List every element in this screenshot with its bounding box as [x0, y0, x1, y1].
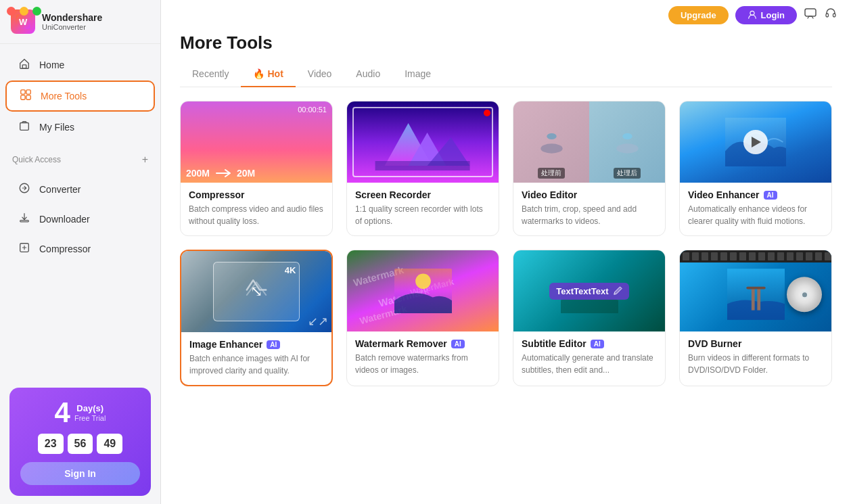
svg-point-29 — [415, 274, 431, 290]
card-title-compressor: Compressor — [189, 189, 324, 200]
before-label: 处理前 — [538, 168, 565, 179]
svg-rect-9 — [20, 221, 29, 222]
resize-arrows-icon: ⤡ — [250, 283, 262, 300]
svg-rect-6 — [26, 95, 30, 99]
tab-image-label: Image — [405, 68, 431, 79]
sidebar-item-home[interactable]: Home — [5, 51, 155, 79]
quick-access-section: Quick Access + — [0, 148, 160, 168]
trial-hours: 23 — [38, 434, 64, 454]
svg-rect-7 — [20, 123, 29, 131]
compressor-timer: 00:00:51 — [186, 106, 327, 114]
sidebar-item-more-tools[interactable]: More Tools — [5, 81, 155, 112]
login-button[interactable]: Login — [735, 6, 797, 24]
tab-video-label: Video — [308, 68, 332, 79]
downloader-icon — [18, 212, 31, 227]
upgrade-button[interactable]: Upgrade — [668, 6, 729, 24]
card-title-screen-recorder: Screen Recorder — [355, 189, 490, 200]
card-dvd-burner[interactable]: DVD Burner Burn videos in different form… — [679, 250, 832, 386]
svg-point-21 — [622, 133, 632, 139]
card-body-video-editor: Video Editor Batch trim, crop, speed and… — [513, 183, 665, 235]
card-body-compressor: Compressor Batch compress video and audi… — [181, 183, 332, 235]
sidebar-label-home: Home — [39, 60, 64, 70]
tab-video[interactable]: Video — [296, 63, 344, 87]
main-content: Upgrade Login More Tools Recently 🔥 Hot … — [161, 0, 851, 504]
svg-rect-31 — [751, 288, 754, 311]
tab-audio-label: Audio — [356, 68, 380, 79]
svg-rect-33 — [746, 287, 765, 290]
card-screen-recorder[interactable]: Screen Recorder 1:1 quality screen recor… — [346, 101, 499, 236]
quick-access-nav: Converter Downloader Compressor — [0, 168, 160, 270]
card-img-image-enhancer: 4K ⤡ ↙↗ — [181, 251, 331, 332]
app-name: Wondershare — [42, 12, 102, 24]
card-body-video-enhancer: Video Enhancer AI Automatically enhance … — [680, 183, 831, 235]
topbar: Upgrade Login — [161, 0, 851, 30]
page-title: More Tools — [180, 32, 832, 53]
card-img-dvd-burner — [680, 250, 831, 331]
card-img-watermark-remover: Watermark Watermark WaterMark Watermark — [347, 250, 499, 331]
card-desc-video-editor: Batch trim, crop, speed and add watermar… — [522, 203, 657, 227]
card-body-image-enhancer: Image Enhancer AI Batch enhance images w… — [181, 332, 331, 385]
play-button — [743, 130, 768, 154]
card-subtitle-editor[interactable]: TextTextText Subtitle Editor AI Automati… — [513, 250, 666, 386]
card-compressor[interactable]: 00:00:51 200M 20M Compressor Batch compr… — [180, 101, 333, 236]
svg-rect-12 — [805, 9, 816, 16]
sidebar-item-converter[interactable]: Converter — [5, 175, 155, 204]
chat-icon[interactable] — [804, 7, 817, 24]
tab-recently[interactable]: Recently — [180, 63, 241, 87]
tab-image[interactable]: Image — [392, 63, 443, 87]
trial-minutes: 56 — [68, 434, 93, 454]
app-subname: UniConverter — [42, 23, 102, 31]
card-img-subtitle-editor: TextTextText — [513, 250, 665, 331]
svg-point-22 — [616, 143, 638, 153]
card-title-watermark-remover: Watermark Remover AI — [355, 338, 490, 349]
trial-box: 4 Day(s) Free Trial 23 56 49 Sign In — [9, 388, 151, 496]
sidebar-item-compressor[interactable]: Compressor — [5, 235, 155, 263]
card-img-compressor: 00:00:51 200M 20M — [181, 101, 332, 183]
card-desc-video-enhancer: Automatically enhance videos for clearer… — [688, 203, 823, 227]
rec-dot — [484, 110, 490, 116]
card-desc-screen-recorder: 1:1 quality screen recorder with lots of… — [355, 203, 490, 227]
card-body-subtitle-editor: Subtitle Editor AI Automatically generat… — [513, 331, 665, 384]
card-title-image-enhancer: Image Enhancer AI — [189, 339, 323, 350]
subtitle-text: TextTextText — [556, 286, 608, 296]
more-tools-icon — [19, 89, 32, 104]
size-to: 20M — [237, 168, 255, 179]
card-video-enhancer[interactable]: Video Enhancer AI Automatically enhance … — [679, 101, 832, 236]
compressor-icon — [18, 242, 31, 256]
fire-icon: 🔥 — [253, 68, 264, 79]
trial-free-label: Free Trial — [74, 414, 106, 422]
card-img-video-editor: 处理前 处理后 — [513, 101, 665, 183]
trial-seconds: 49 — [97, 434, 122, 454]
card-img-screen-recorder — [347, 101, 499, 183]
tab-recently-label: Recently — [192, 68, 229, 79]
card-watermark-remover[interactable]: Watermark Watermark WaterMark Watermark — [346, 250, 499, 386]
svg-rect-4 — [26, 90, 30, 94]
headset-icon[interactable] — [824, 7, 837, 24]
tab-audio[interactable]: Audio — [344, 63, 392, 87]
after-label: 处理后 — [614, 168, 641, 179]
card-desc-image-enhancer: Batch enhance images with AI for improve… — [189, 352, 323, 377]
sidebar-item-downloader[interactable]: Downloader — [5, 205, 155, 233]
sidebar-label-compressor: Compressor — [39, 244, 91, 254]
close-button[interactable] — [7, 7, 16, 16]
tab-hot[interactable]: 🔥 Hot — [241, 63, 295, 87]
ai-badge-image-enhancer: AI — [267, 340, 280, 349]
sidebar-item-my-files[interactable]: My Files — [5, 113, 155, 141]
svg-rect-2 — [22, 65, 26, 68]
ai-badge-watermark-remover: AI — [451, 340, 465, 348]
badge-4k: 4K — [285, 265, 296, 275]
card-img-video-enhancer — [680, 101, 831, 183]
card-desc-dvd-burner: Burn videos in different formats to DVD/… — [688, 352, 823, 376]
card-image-enhancer[interactable]: 4K ⤡ ↙↗ Image Enhancer AI — [180, 250, 333, 386]
sign-in-button[interactable]: Sign In — [20, 462, 140, 485]
svg-point-20 — [540, 143, 562, 153]
tab-hot-label: Hot — [267, 68, 283, 79]
trial-days-label: Day(s) — [74, 403, 106, 415]
maximize-button[interactable] — [32, 7, 41, 16]
cards-grid: 00:00:51 200M 20M Compressor Batch compr… — [161, 87, 851, 504]
ai-badge-subtitle-editor: AI — [591, 340, 604, 348]
card-video-editor[interactable]: 处理前 处理后 — [513, 101, 666, 236]
compressor-sizes: 200M 20M — [186, 168, 327, 179]
minimize-button[interactable] — [20, 7, 28, 16]
add-quick-access-button[interactable]: + — [142, 154, 148, 166]
